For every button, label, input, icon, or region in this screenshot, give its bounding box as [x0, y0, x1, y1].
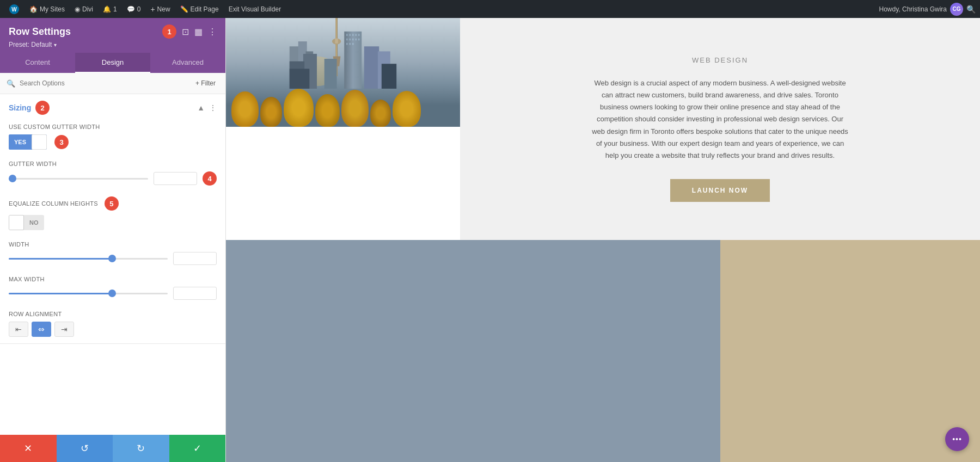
- width-slider-thumb[interactable]: [108, 255, 116, 262]
- search-icon[interactable]: 🔍: [966, 5, 976, 14]
- more-icon[interactable]: ⋮: [208, 27, 217, 37]
- preview-area: WEB DESIGN Web design is a crucial aspec…: [226, 18, 980, 462]
- tree: [284, 89, 314, 127]
- equalize-toggle-thumb: [9, 215, 24, 230]
- toggle-thumb: [32, 134, 47, 150]
- step-badge-4: 4: [203, 171, 217, 186]
- svg-rect-9: [335, 39, 338, 44]
- filter-button[interactable]: + Filter: [192, 78, 219, 88]
- panel-header: Row Settings 1 ⊡ ▦ ⋮ Preset: Default ▾: [0, 18, 225, 53]
- svg-rect-17: [346, 39, 348, 41]
- row-alignment-label: Row Alignment: [9, 311, 217, 317]
- new-button[interactable]: + New: [146, 0, 174, 18]
- gutter-slider-value[interactable]: 1: [154, 172, 197, 185]
- svg-rect-24: [352, 43, 354, 45]
- edit-page-button[interactable]: ✏️ Edit Page: [176, 0, 223, 18]
- gutter-width-toggle[interactable]: YES: [9, 134, 47, 150]
- toggle-no-label: NO: [24, 215, 44, 230]
- svg-rect-22: [346, 43, 348, 45]
- tree: [370, 100, 391, 127]
- tree: [231, 91, 259, 127]
- svg-rect-13: [349, 34, 351, 36]
- launch-now-button[interactable]: LAUNCH NOW: [670, 179, 770, 202]
- step-badge-3: 3: [54, 135, 69, 149]
- section-options-icon[interactable]: ⋮: [209, 103, 217, 112]
- my-sites-button[interactable]: 🏠 My Sites: [25, 0, 69, 18]
- bell-icon: 🔔: [103, 5, 111, 13]
- svg-rect-18: [349, 39, 351, 41]
- gutter-slider-track[interactable]: [9, 178, 148, 180]
- sizing-title: Sizing: [9, 103, 31, 112]
- panel-footer: ✕ ↺ ↻ ✓: [0, 435, 225, 462]
- equalize-toggle-container: NO: [9, 215, 217, 230]
- main-area: Row Settings 1 ⊡ ▦ ⋮ Preset: Default ▾ C…: [0, 18, 980, 462]
- web-design-panel: WEB DESIGN Web design is a crucial aspec…: [460, 18, 980, 240]
- sizing-section: Sizing 2 ▲ ⋮ Use Custom Gutter Width: [0, 94, 225, 344]
- equalize-columns-label: Equalize Column Heights 5: [9, 196, 217, 211]
- swatch-gray: [460, 240, 720, 462]
- tree: [315, 94, 340, 127]
- gutter-width-slider-row: Gutter Width 1 4: [0, 156, 225, 192]
- svg-rect-16: [358, 34, 360, 36]
- max-width-slider-fill: [9, 293, 112, 294]
- divi-icon: ◉: [75, 5, 80, 13]
- toggle-yes-label: YES: [9, 134, 32, 150]
- gutter-width-slider-label: Gutter Width: [9, 161, 217, 167]
- divi-button[interactable]: ◉ Divi: [70, 0, 97, 18]
- align-center-button[interactable]: ⇔: [32, 322, 51, 337]
- max-width-slider-value[interactable]: none: [173, 287, 217, 300]
- tree: [341, 90, 369, 127]
- width-slider-label: Width: [9, 241, 217, 248]
- svg-text:W: W: [11, 7, 17, 13]
- tab-advanced[interactable]: Advanced: [150, 53, 225, 73]
- svg-rect-21: [358, 39, 360, 41]
- width-slider-track[interactable]: [9, 258, 168, 260]
- top-preview-row: WEB DESIGN Web design is a crucial aspec…: [226, 18, 980, 240]
- panel-tabs: Content Design Advanced: [0, 53, 225, 73]
- chevron-up-icon[interactable]: ▲: [197, 103, 205, 112]
- redo-button[interactable]: ↻: [113, 435, 169, 462]
- gutter-slider-thumb[interactable]: [9, 175, 16, 182]
- save-button[interactable]: ✓: [169, 435, 226, 462]
- max-width-slider-track[interactable]: [9, 293, 168, 294]
- color-swatches: [460, 240, 980, 462]
- cancel-button[interactable]: ✕: [0, 435, 57, 462]
- align-right-button[interactable]: ⇥: [54, 322, 74, 337]
- align-right-icon: ⇥: [61, 325, 68, 334]
- equalize-toggle[interactable]: NO: [9, 215, 44, 230]
- edit-icon: ✏️: [180, 5, 188, 13]
- align-left-button[interactable]: ⇤: [9, 322, 28, 337]
- search-options-input[interactable]: [20, 79, 188, 87]
- exit-visual-builder-button[interactable]: Exit Visual Builder: [224, 0, 286, 18]
- comments-button[interactable]: 💬 0: [122, 0, 145, 18]
- panel-title-row: Row Settings 1 ⊡ ▦ ⋮: [9, 24, 217, 39]
- sizing-section-header[interactable]: Sizing 2 ▲ ⋮: [0, 94, 225, 119]
- align-center-icon: ⇔: [38, 325, 45, 334]
- web-design-body: Web design is a crucial aspect of any mo…: [590, 77, 851, 162]
- equalize-columns-row: Equalize Column Heights 5 NO: [0, 192, 225, 237]
- notifications-button[interactable]: 🔔 1: [99, 0, 121, 18]
- svg-rect-23: [349, 43, 351, 45]
- city-image: [226, 18, 460, 127]
- undo-button[interactable]: ↺: [57, 435, 113, 462]
- wp-icon: W: [9, 4, 20, 15]
- step-badge-2: 2: [35, 101, 50, 115]
- layout-icon[interactable]: ▦: [194, 27, 203, 37]
- width-slider-value[interactable]: auto: [173, 252, 217, 265]
- floating-action-button[interactable]: •••: [945, 427, 969, 451]
- plus-icon: +: [150, 5, 155, 14]
- panel-header-icons: 1 ⊡ ▦ ⋮: [159, 24, 217, 39]
- svg-rect-20: [355, 39, 357, 41]
- search-options-icon: 🔍: [7, 79, 15, 88]
- tab-content[interactable]: Content: [0, 53, 75, 73]
- comment-icon: 💬: [127, 5, 135, 13]
- wp-logo-button[interactable]: W: [4, 0, 24, 18]
- step-badge-5: 5: [105, 196, 119, 211]
- panel-preset[interactable]: Preset: Default ▾: [9, 41, 217, 48]
- expand-icon[interactable]: ⊡: [182, 27, 189, 37]
- max-width-slider-container: none: [9, 287, 217, 300]
- tab-design[interactable]: Design: [75, 53, 150, 73]
- svg-rect-27: [324, 59, 337, 89]
- max-width-slider-thumb[interactable]: [108, 289, 116, 297]
- svg-rect-19: [352, 39, 354, 41]
